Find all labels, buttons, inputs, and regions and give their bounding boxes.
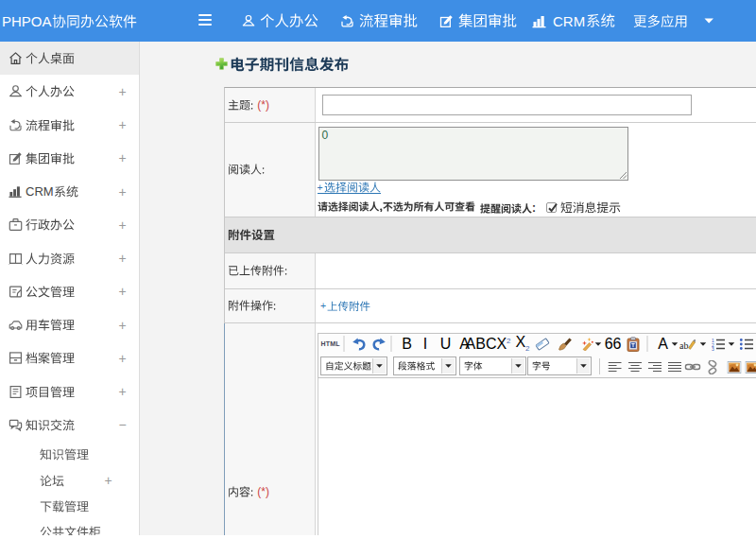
svg-text:ab: ab bbox=[679, 339, 688, 350]
svg-text:3: 3 bbox=[712, 346, 714, 351]
